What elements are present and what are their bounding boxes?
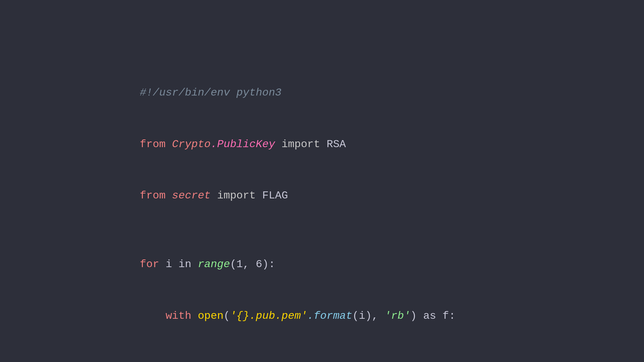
keyword-from-2: from xyxy=(140,189,166,202)
code-line-1: #!/usr/bin/env python3 xyxy=(114,67,475,119)
empty-line-1 xyxy=(114,222,475,239)
paren-close-1: ) xyxy=(262,258,269,270)
class-flag: FLAG xyxy=(262,189,288,202)
keyword-as-1: as xyxy=(423,310,436,322)
string-pub-pem: '{}.pub.pem' xyxy=(230,310,307,322)
method-format-1: .format xyxy=(307,310,352,322)
keyword-in: in xyxy=(178,258,191,270)
keyword-with-1: with xyxy=(166,310,192,322)
module-publickey: PublicKey xyxy=(217,138,275,150)
var-i: i xyxy=(166,258,172,270)
paren-open-1: ( xyxy=(230,258,236,270)
keyword-from-1: from xyxy=(140,138,166,150)
shebang: #!/usr/bin/env python3 xyxy=(140,86,281,99)
func-open-1: open xyxy=(198,310,224,322)
func-range: range xyxy=(198,258,230,270)
num-1: 1 xyxy=(236,258,243,270)
code-line-3: from secret import FLAG xyxy=(114,170,475,222)
keyword-for: for xyxy=(140,258,159,270)
class-rsa: RSA xyxy=(327,138,346,150)
var-f-1: f: xyxy=(442,310,455,322)
code-block: #!/usr/bin/env python3 from Crypto.Publi… xyxy=(94,54,495,362)
keyword-import-2: import xyxy=(217,189,256,202)
module-secret: secret xyxy=(172,189,211,202)
string-mode-rb: 'rb' xyxy=(385,310,411,322)
colon-1: : xyxy=(269,258,275,270)
code-line-6: with open('{}.pub.pem'.format(i), 'rb') … xyxy=(114,290,475,342)
num-6: 6 xyxy=(256,258,262,270)
module-crypto: Crypto xyxy=(172,138,211,150)
code-line-2: from Crypto.PublicKey import RSA xyxy=(114,119,475,170)
code-line-5: for i in range(1, 6): xyxy=(114,239,475,290)
keyword-import-1: import xyxy=(281,138,320,150)
code-line-7: key = RSA.importKey(f.read()) xyxy=(114,342,475,362)
